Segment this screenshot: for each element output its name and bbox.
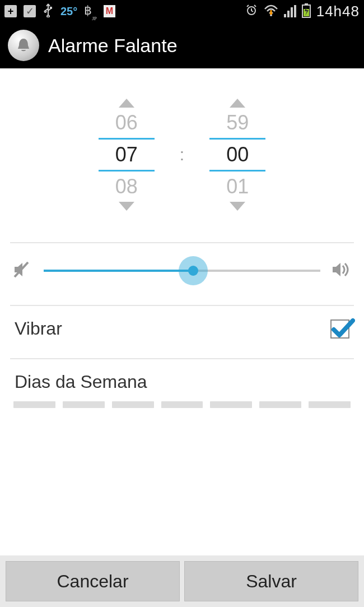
- status-bar: + ✓ 25° ฿JP M 14h48: [0, 0, 364, 22]
- vibrate-row[interactable]: Vibrar: [0, 306, 364, 351]
- check-icon: ✓: [24, 5, 36, 17]
- clock-text: 14h48: [316, 3, 360, 20]
- wifi-icon: [264, 4, 278, 18]
- day-toggle[interactable]: [309, 401, 351, 408]
- alarm-icon: [245, 4, 258, 19]
- minute-current[interactable]: 00: [209, 138, 265, 172]
- mail-icon: M: [104, 5, 115, 17]
- time-colon: :: [180, 145, 184, 164]
- minute-down-icon[interactable]: [230, 202, 245, 224]
- days-selector[interactable]: [0, 398, 364, 408]
- hour-prev: 06: [99, 108, 155, 138]
- day-toggle[interactable]: [112, 401, 154, 408]
- hour-current[interactable]: 07: [99, 138, 155, 172]
- vibrate-checkbox[interactable]: [330, 319, 349, 339]
- battery-icon: [302, 3, 311, 20]
- volume-row: [0, 243, 364, 298]
- action-bar: Alarme Falante: [0, 22, 364, 68]
- save-button[interactable]: Salvar: [184, 561, 358, 601]
- signal-icon: [284, 5, 296, 17]
- app-icon: [8, 30, 39, 61]
- content-area: 06 07 08 : 59 00 01 Vibrar: [0, 68, 364, 555]
- hour-down-icon[interactable]: [119, 202, 134, 224]
- plus-icon: +: [4, 5, 17, 17]
- svg-rect-0: [50, 7, 52, 9]
- day-toggle[interactable]: [161, 401, 203, 408]
- hour-spinner[interactable]: 06 07 08: [90, 85, 163, 224]
- mute-icon: [11, 259, 34, 282]
- currency-icon: ฿JP: [84, 3, 97, 18]
- slider-thumb[interactable]: [188, 266, 198, 276]
- speaker-icon: [330, 259, 353, 282]
- days-row[interactable]: Dias da Semana: [0, 359, 364, 398]
- day-toggle[interactable]: [13, 401, 55, 408]
- minute-next: 01: [209, 172, 265, 202]
- hour-up-icon[interactable]: [119, 85, 134, 108]
- time-picker: 06 07 08 : 59 00 01: [0, 68, 364, 235]
- days-label: Dias da Semana: [15, 372, 147, 392]
- temperature-indicator: 25°: [60, 5, 77, 18]
- footer-bar: Cancelar Salvar: [0, 555, 364, 607]
- volume-slider[interactable]: [44, 270, 320, 272]
- cancel-button[interactable]: Cancelar: [6, 561, 180, 601]
- day-toggle[interactable]: [63, 401, 105, 408]
- day-toggle[interactable]: [210, 401, 252, 408]
- checkmark-icon: [330, 317, 355, 342]
- minute-up-icon[interactable]: [230, 85, 245, 108]
- minute-spinner[interactable]: 59 00 01: [201, 85, 274, 224]
- slider-fill: [44, 270, 193, 272]
- usb-icon: [43, 3, 54, 20]
- vibrate-label: Vibrar: [15, 318, 62, 339]
- minute-prev: 59: [209, 108, 265, 138]
- day-toggle[interactable]: [259, 401, 301, 408]
- hour-next: 08: [99, 172, 155, 202]
- app-title: Alarme Falante: [48, 35, 178, 57]
